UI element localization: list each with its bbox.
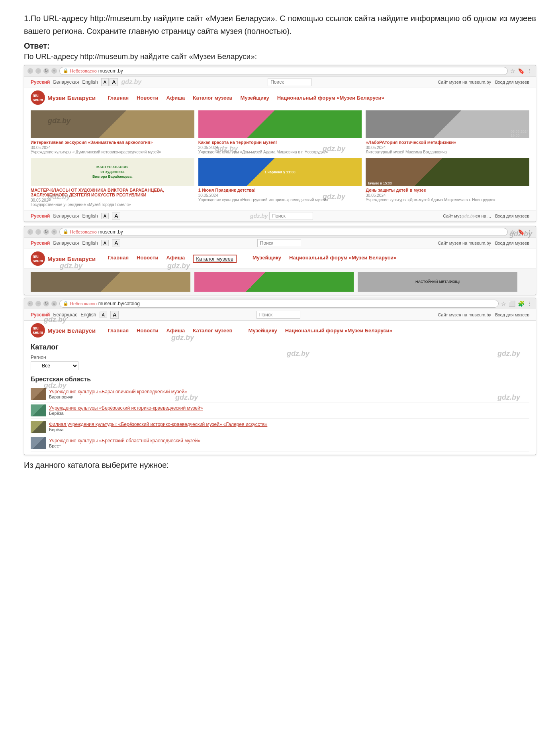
bottom-search-input[interactable]: [269, 212, 313, 220]
museum-link-4[interactable]: Учреждение культуры «Брестский областной…: [49, 438, 200, 444]
login-link-2[interactable]: Вход для музеев: [495, 241, 529, 245]
font-small-3[interactable]: A: [100, 312, 107, 318]
lang-selector-2: Русский Беларуская English A A: [31, 239, 120, 247]
nav3-museumshchiku[interactable]: Музейщику: [249, 328, 277, 334]
forward-btn-2[interactable]: →: [35, 229, 41, 235]
answer-label: Ответ:: [24, 41, 536, 51]
region-select[interactable]: — Все —: [31, 361, 78, 370]
lang-ru-3[interactable]: Русский: [31, 312, 50, 318]
login-link[interactable]: Вход для музеев: [495, 80, 529, 84]
forward-button[interactable]: →: [35, 68, 41, 74]
nav2-forum[interactable]: Национальный форум «Музеи Беларуси»: [289, 255, 396, 263]
refresh-button[interactable]: ↻: [43, 68, 49, 74]
museum-link-1[interactable]: Учреждение культуры «Барановичский краев…: [49, 389, 187, 394]
news-img-2: [198, 110, 362, 138]
lang-ru-2[interactable]: Русский: [31, 240, 50, 246]
bottom-lang-ru[interactable]: Русский: [31, 213, 50, 219]
museum-thumb-3: [31, 421, 46, 433]
address-bar[interactable]: 🔒 Небезопасно museum.by: [59, 67, 508, 75]
address-text: museum.by: [98, 68, 504, 74]
refresh-btn-3[interactable]: ↻: [43, 301, 49, 306]
answer-subtext: По URL-адресу http://museum.by найдите с…: [24, 52, 536, 61]
nav3-poster[interactable]: Афиша: [166, 328, 185, 334]
nav-catalog[interactable]: Каталог музеев: [193, 95, 232, 101]
back-btn-3[interactable]: ←: [27, 301, 33, 306]
browser-toolbar-2: ← → ↻ ⌂ 🔒 Небезопасно museum.by ☆ 🔖 ⋮: [24, 226, 536, 237]
lang-be-link[interactable]: Беларуская: [53, 79, 79, 85]
bottom-font-small[interactable]: A: [101, 213, 109, 219]
news-title-6: День защиты детей в музее: [366, 188, 529, 192]
font-small-2[interactable]: A: [101, 240, 109, 246]
font-large-button[interactable]: A: [110, 78, 118, 86]
home-btn-2[interactable]: ⌂: [51, 229, 57, 235]
refresh-btn-2[interactable]: ↻: [43, 229, 49, 235]
insecure-label-2: Небезопасно: [70, 230, 97, 234]
search-input[interactable]: [268, 78, 311, 86]
bottom-bar-1: Русский Беларуская English A A gdz.by Са…: [24, 210, 536, 222]
news-institution-6: Учреждение культуры «Дом-музей Адама Миц…: [366, 198, 529, 202]
address-bar-2[interactable]: 🔒 Небезопасно museum.by: [59, 228, 508, 236]
bottom-lang-be[interactable]: Беларуская: [53, 213, 79, 219]
bottom-login-link[interactable]: Вход для музеев: [495, 214, 529, 218]
news-date-3: 30.05.2024: [366, 145, 529, 150]
lang-en-2[interactable]: English: [82, 240, 98, 246]
nav3-forum[interactable]: Национальный форум «Музеи Беларуси»: [285, 328, 392, 334]
login-link-3[interactable]: Вход для музеев: [495, 312, 529, 317]
lang-be-2[interactable]: Беларуская: [53, 240, 79, 246]
bottom-lang-en[interactable]: English: [82, 213, 98, 219]
museum-link-2[interactable]: Учреждение культуры «Берёзовский историк…: [49, 405, 203, 411]
back-button[interactable]: ←: [27, 68, 33, 74]
site-link-1[interactable]: Сайт музея на museum.by: [438, 80, 491, 84]
site-nav-3: museum Музеи Беларуси Главная Новости Аф…: [24, 321, 536, 340]
lang-en-link[interactable]: English: [82, 79, 98, 85]
nav-main[interactable]: Главная: [108, 95, 129, 101]
nav-museumshchiku[interactable]: Музейщику: [241, 95, 269, 101]
address-bar-3[interactable]: 🔒 Небезопасно museum.by/catalog: [59, 300, 499, 308]
museum-link-3[interactable]: Филиал учреждения культуры: «Берёзовский…: [49, 422, 267, 427]
forward-btn-3[interactable]: →: [35, 301, 41, 306]
lang-ru-link[interactable]: Русский: [31, 79, 50, 85]
insecure-label-3: Небезопасно: [70, 301, 97, 306]
right-links-2: Сайт музея на museum.by Вход для музеев: [438, 241, 529, 245]
nav-news[interactable]: Новости: [137, 95, 159, 101]
bookmark-icon: 🔖: [518, 68, 525, 74]
museum-item-1: Учреждение культуры «Барановичский краев…: [31, 386, 529, 402]
news-item-4: МАСТЕР-КЛАССЫот художникаВиктора Барабан…: [31, 158, 194, 207]
search-input-2[interactable]: [257, 239, 301, 247]
home-btn-3[interactable]: ⌂: [51, 301, 57, 306]
bottom-font-large[interactable]: A: [112, 212, 120, 220]
insecure-label: Небезопасно: [70, 69, 97, 73]
nav3-catalog[interactable]: Каталог музеев: [193, 328, 232, 334]
museum-item-3: Филиал учреждения культуры: «Берёзовский…: [31, 419, 529, 435]
font-small-button[interactable]: A: [101, 78, 109, 86]
museum-city-4: Брест: [49, 444, 200, 448]
news-date-6: 30.05.2024: [366, 193, 529, 198]
nav3-news[interactable]: Новости: [137, 328, 159, 334]
site-nav-2: museum Музеи Беларуси Главная Новости Аф…: [24, 249, 536, 268]
back-btn-2[interactable]: ←: [27, 229, 33, 235]
nav2-catalog-highlighted[interactable]: Каталог музеев: [193, 255, 237, 263]
news-item-2: Какая красота на территории музея! 30.05…: [198, 110, 362, 154]
security-icon-3: 🔒: [63, 301, 69, 306]
nav-poster[interactable]: Афиша: [166, 95, 185, 101]
nav2-main[interactable]: Главная: [108, 255, 129, 263]
browser-toolbar-3: ← → ↻ ⌂ 🔒 Небезопасно museum.by/catalog …: [24, 298, 536, 309]
lang-en-3[interactable]: English: [80, 312, 96, 318]
news-img-5: 1 чэрвеня у 11:00: [198, 158, 362, 186]
nav-forum[interactable]: Национальный форум «Музеи Беларуси»: [277, 95, 384, 101]
font-large-2[interactable]: A: [112, 239, 120, 247]
nav3-main[interactable]: Главная: [108, 328, 129, 334]
nav-links-3: Главная Новости Афиша Каталог музеев Муз…: [108, 328, 392, 334]
home-button[interactable]: ⌂: [51, 68, 57, 74]
menu-icon-2: ⋮: [527, 229, 533, 235]
address-text-2: museum.by: [98, 229, 504, 235]
nav2-museumshchiku[interactable]: Музейщику: [253, 255, 281, 263]
news-item-1: Интерактивная экскурсия «Занимательная а…: [31, 110, 194, 154]
lang-be-3[interactable]: Белару.кас: [53, 312, 78, 318]
nav2-news[interactable]: Новости: [137, 255, 159, 263]
news-img-3: 05.06.202419:00: [366, 110, 529, 138]
site-logo: museum Музеи Беларуси: [31, 90, 96, 105]
nav2-poster[interactable]: Афиша: [166, 255, 185, 263]
font-large-3[interactable]: A: [110, 311, 119, 319]
search-input-3[interactable]: [257, 311, 300, 319]
